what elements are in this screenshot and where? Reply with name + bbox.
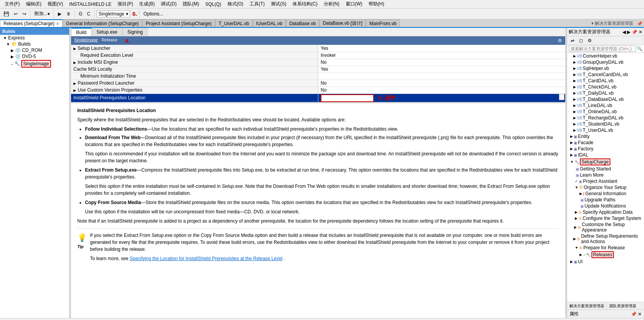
rt-factory[interactable]: ▶ ▣ Factory: [567, 146, 644, 152]
tab-pin-btn[interactable]: 📌: [636, 20, 644, 27]
prop-row-custom-version[interactable]: ▶Use Custom Version Properties No: [71, 87, 565, 94]
menu-item-installshield[interactable]: INSTALLSHIELD LE: [66, 1, 114, 8]
rt-learn-more[interactable]: ▣ Learn More: [567, 172, 644, 178]
menu-item-test[interactable]: 测试(S): [268, 0, 289, 8]
menu-item-edit[interactable]: 编辑(E): [23, 0, 44, 8]
prop-row-password[interactable]: ▶Password Protect Launcher No: [71, 80, 565, 87]
search-input[interactable]: [569, 46, 636, 52]
tree-item-singleimage[interactable]: ⬩ 🔧 SingleImage 3.: [0, 60, 69, 68]
rt-tcancelcard[interactable]: ▶ VB T_CancelCardDAL.vb: [567, 71, 644, 78]
toolbar-play-btn[interactable]: ▶: [56, 10, 63, 18]
rt-entity[interactable]: ▶ ▣ Entity: [567, 133, 644, 140]
rt-tuser[interactable]: ▶ VB T_UserDAL.vb: [567, 127, 644, 133]
rt-tdatabase[interactable]: ▶ VB T_DataBaseDAL.vb: [567, 96, 644, 102]
tab-releases-close[interactable]: ✕: [56, 22, 59, 26]
rt-tcard[interactable]: ▶ VB T_CardDAL.vb: [567, 78, 644, 84]
menu-item-file[interactable]: 文件(F): [2, 0, 23, 8]
tree-item-express[interactable]: ▼ Express: [0, 35, 69, 41]
rt-upgrade-paths[interactable]: ▣ Upgrade Paths: [567, 197, 644, 203]
right-panel-back-btn[interactable]: ◀: [622, 29, 626, 35]
toolbar-g-btn[interactable]: G: [77, 10, 84, 18]
prop-row-setup-launcher[interactable]: ▶Setup Launcher Yes: [71, 45, 565, 52]
search-icon[interactable]: 🔍: [637, 46, 642, 51]
rt-general-info[interactable]: ▶ ℹ General Information: [567, 191, 644, 197]
toolbar-undo-btn[interactable]: ↩: [12, 10, 20, 18]
tree-item-dvd5[interactable]: ▶ 💿 DVD-5: [0, 53, 69, 60]
rt-configure-target[interactable]: ▶ ③ Configure the Target System: [567, 215, 644, 221]
sub-tab-signing[interactable]: Signing: [122, 28, 148, 36]
rt-tstudent[interactable]: ▶ VB T_StudentDAL.vb: [567, 121, 644, 127]
expand-icon-0[interactable]: ▶: [73, 47, 76, 51]
tab-tuserdalvb[interactable]: T_UserDAL.vb: [215, 19, 253, 27]
prop-row-msi-engine[interactable]: ▶Include MSI Engine No: [71, 59, 565, 66]
rt-trecharge[interactable]: ▶ VB T_RechargeDAL.vb: [567, 115, 644, 121]
tree-item-cdrom[interactable]: ▶ 💿 CD_ROM: [0, 47, 69, 53]
rt-define-setup-req[interactable]: ▶ ⑤ Define Setup Requirements and Action…: [567, 233, 644, 245]
prop-grid-tab-release[interactable]: Release: [102, 37, 117, 44]
rt-tline[interactable]: ▶ VB T_LineDAL.vb: [567, 102, 644, 109]
menu-item-analyze[interactable]: 分析(N): [321, 0, 343, 8]
rt-bottom-tab-team[interactable]: 团队资源管理器: [607, 303, 639, 310]
rt-toolbar-btn-2[interactable]: ◻: [577, 37, 585, 44]
rt-facade[interactable]: ▶ ▣ Facade: [567, 140, 644, 146]
rt-setupcharge[interactable]: ▼ 🔧 SetupCharge 1.: [567, 158, 644, 166]
rt-groupquery[interactable]: ▶ VB GroupQueryDAL.vb: [567, 59, 644, 65]
right-panel-close-btn[interactable]: ✕: [639, 29, 642, 35]
tab-database[interactable]: DataBase.vb: [286, 19, 319, 27]
prop-row-exec-level[interactable]: Required Execution Level Invoker: [71, 52, 565, 59]
menu-item-format[interactable]: 格式(O): [224, 0, 246, 8]
expand-icon-6[interactable]: ▶: [73, 89, 76, 92]
tab-iuserdalvb[interactable]: IUserDAL.vb: [253, 19, 286, 27]
singleimage-dropdown[interactable]: SingleImage ▾: [97, 10, 130, 17]
toolbar-save-btn[interactable]: 💾: [2, 10, 11, 18]
menu-item-project[interactable]: 项目(P): [114, 0, 136, 8]
menu-item-tools[interactable]: 工具(T): [246, 0, 268, 8]
right-panel-pin-btn[interactable]: 📌: [632, 29, 637, 35]
prop-row-min-init[interactable]: Minimum Initialization Time: [71, 73, 565, 80]
menu-item-arch[interactable]: 体系结构(C): [289, 0, 321, 8]
tab-database-design[interactable]: DataBase.vb [设计]: [319, 19, 366, 27]
learn-more-link[interactable]: Specifying the Location for InstallShiel…: [130, 256, 283, 261]
tab-mainfrom[interactable]: MainFrom.vb: [366, 19, 400, 27]
rt-prepare-release[interactable]: ▼ ⑥ Prepare for Release: [567, 245, 644, 251]
tab-releases[interactable]: Releases (SetupCharge) ✕: [0, 19, 63, 27]
rt-bottom-tab-solution[interactable]: 解决方案资源管理器: [567, 303, 607, 310]
toolbar-c-btn[interactable]: C: [85, 10, 92, 18]
menu-item-debug[interactable]: 调试(D): [158, 0, 180, 8]
menu-item-view[interactable]: 视图(V): [44, 0, 66, 8]
expand-icon-5[interactable]: ▶: [73, 82, 76, 85]
sub-tab-build[interactable]: Build: [71, 28, 92, 36]
menu-item-sql[interactable]: SQL(Q): [202, 1, 224, 8]
rt-sqlhelper[interactable]: ▶ VB SqlHelper.vb: [567, 65, 644, 71]
rt-tonline[interactable]: ▶ VB T_OnlineDAL.vb: [567, 109, 644, 115]
toolbar-attach-btn[interactable]: 附加...▾: [32, 9, 52, 18]
toolbar-redo-btn[interactable]: ↪: [20, 10, 28, 18]
tab-overflow-btn[interactable]: ▾ 解决方案资源管理器: [589, 20, 636, 27]
rt-idal[interactable]: ▶ ▣ IDAL: [567, 152, 644, 158]
rt-update-notif[interactable]: ▣ Update Notifications: [567, 203, 644, 209]
menu-item-window[interactable]: 窗口(W): [343, 0, 365, 8]
right-panel-fwd-btn[interactable]: ▶: [627, 29, 630, 35]
rt-releases[interactable]: ▶ ✓🔧 Releases 2.: [567, 251, 644, 259]
dropdown-arrow-btn[interactable]: ▾: [559, 94, 564, 100]
rt-organize-setup[interactable]: ▼ ⓪ Organize Your Setup: [567, 184, 644, 191]
prop-row-prereq-location[interactable]: InstallShield Prerequisites Location Ext…: [71, 94, 565, 102]
rt-project-assistant[interactable]: ✓ ▣ Project Assistant: [567, 178, 644, 184]
rt-converhelper[interactable]: ▶ VB ConverHelper.vb: [567, 53, 644, 59]
rt-toolbar-btn-1[interactable]: ⇌: [569, 37, 576, 44]
rt-ui[interactable]: ▶ ▣ UI: [567, 259, 644, 265]
prop-grid-settings-icon[interactable]: ⚙: [558, 38, 562, 43]
pin-prop-btn[interactable]: 📌: [631, 311, 637, 317]
rt-toolbar-btn-3[interactable]: ⚙: [586, 37, 594, 44]
rt-getting-started[interactable]: ▣ Getting Started: [567, 166, 644, 172]
menu-item-team[interactable]: 团队(M): [180, 0, 202, 8]
menu-item-build[interactable]: 生成(B): [136, 0, 158, 8]
tab-general-info[interactable]: General Information (SetupCharge): [63, 19, 142, 27]
close-prop-btn[interactable]: ✕: [638, 311, 642, 317]
rt-customize-appear[interactable]: ▶ ④ Customize the Setup Appearance: [567, 221, 644, 233]
tab-project-assistant[interactable]: Project Assistant (SetupCharge): [142, 19, 215, 27]
rt-tdaily[interactable]: ▶ VB T_DailyDAL.vb: [567, 90, 644, 96]
menu-item-help[interactable]: 帮助(H): [365, 0, 387, 8]
tree-item-builds[interactable]: ▼ 📁 Builds: [0, 41, 69, 47]
prop-row-cache-msi[interactable]: Cache MSI Locally Yes: [71, 66, 565, 73]
